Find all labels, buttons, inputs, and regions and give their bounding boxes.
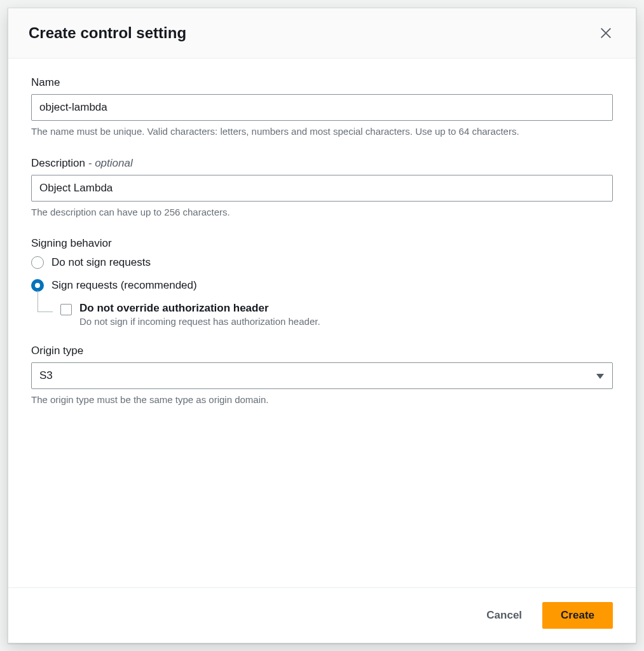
- modal-footer: Cancel Create: [8, 587, 636, 643]
- signing-behavior-label: Signing behavior: [31, 237, 613, 250]
- close-button[interactable]: [596, 24, 615, 43]
- modal-title: Create control setting: [29, 24, 186, 42]
- origin-type-value: S3: [39, 369, 53, 382]
- signing-radio-group: Do not sign requests Sign requests (reco…: [31, 256, 613, 327]
- origin-type-select[interactable]: S3: [31, 362, 613, 389]
- radio-do-not-sign-label: Do not sign requests: [51, 256, 151, 269]
- origin-type-group: Origin type S3 The origin type must be t…: [31, 345, 613, 408]
- override-checkbox-label: Do not override authorization header: [79, 302, 613, 315]
- nested-override-option: Do not override authorization header Do …: [38, 302, 613, 327]
- origin-type-label: Origin type: [31, 345, 613, 357]
- origin-type-select-wrapper: S3: [31, 362, 613, 389]
- modal-body: Name The name must be unique. Valid char…: [8, 58, 636, 587]
- cancel-button[interactable]: Cancel: [481, 603, 527, 628]
- create-button[interactable]: Create: [542, 602, 613, 629]
- signing-behavior-group: Signing behavior Do not sign requests Si…: [31, 237, 613, 327]
- description-optional: - optional: [85, 157, 133, 169]
- modal-header: Create control setting: [8, 8, 636, 58]
- name-label: Name: [31, 76, 613, 89]
- radio-sign-requests[interactable]: Sign requests (recommended): [31, 279, 613, 292]
- close-icon: [599, 26, 613, 40]
- origin-type-help-text: The origin type must be the same type as…: [31, 393, 613, 408]
- name-group: Name The name must be unique. Valid char…: [31, 76, 613, 139]
- override-content: Do not override authorization header Do …: [79, 302, 613, 327]
- override-checkbox-desc: Do not sign if incoming request has auth…: [79, 316, 613, 327]
- description-input[interactable]: [31, 175, 613, 202]
- create-control-setting-modal: Create control setting Name The name mus…: [8, 8, 636, 643]
- radio-icon-checked: [31, 279, 44, 292]
- radio-do-not-sign[interactable]: Do not sign requests: [31, 256, 613, 269]
- override-checkbox[interactable]: [60, 304, 72, 315]
- radio-sign-requests-label: Sign requests (recommended): [51, 279, 197, 292]
- description-label-text: Description: [31, 157, 85, 169]
- name-input[interactable]: [31, 94, 613, 121]
- radio-icon: [31, 256, 44, 269]
- tree-connector-icon: [38, 291, 53, 312]
- description-help-text: The description can have up to 256 chara…: [31, 205, 613, 220]
- description-label: Description - optional: [31, 157, 613, 170]
- name-help-text: The name must be unique. Valid character…: [31, 125, 613, 139]
- description-group: Description - optional The description c…: [31, 157, 613, 220]
